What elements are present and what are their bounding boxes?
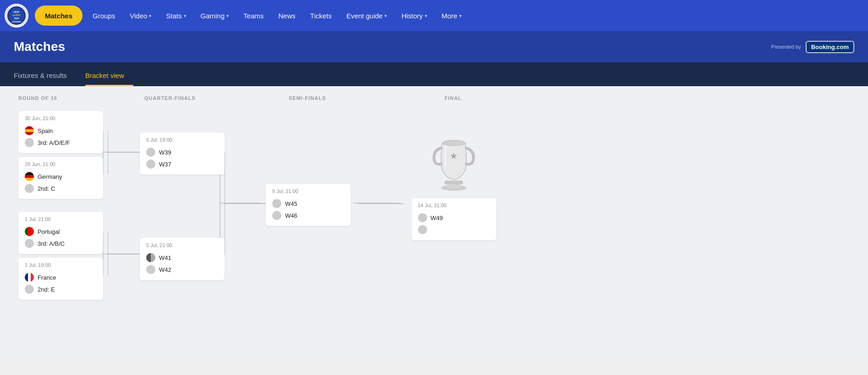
match-team-ro16-1-2: 3rd: A/D/E/F xyxy=(25,137,97,149)
match-team-qf-1-1: W39 xyxy=(146,146,218,158)
sponsor-area: Presented by Booking.com xyxy=(771,41,854,53)
match-card-sf-1[interactable]: 9 Jul, 21:00 W45 W46 xyxy=(266,184,351,226)
round-of-16-label: ROUND OF 16 xyxy=(18,95,112,101)
nav-groups[interactable]: Groups xyxy=(85,0,122,31)
svg-text:2024: 2024 xyxy=(14,17,19,20)
navigation: UEFA EURO 2024 GERMANY Matches Groups Vi… xyxy=(0,0,868,31)
flag-germany xyxy=(25,172,34,181)
match-team-qf-2-2: W42 xyxy=(146,264,218,276)
nav-video[interactable]: Video ▾ xyxy=(122,0,159,31)
logo[interactable]: UEFA EURO 2024 GERMANY xyxy=(5,4,28,28)
match-team-ro16-2-2: 2nd: C xyxy=(25,182,97,194)
match-time: 5 Jul, 21:00 xyxy=(146,243,218,248)
svg-point-23 xyxy=(442,140,465,146)
tab-fixtures[interactable]: Fixtures & results xyxy=(14,72,76,86)
match-card-final[interactable]: 14 Jul, 21:00 W49 xyxy=(412,198,496,240)
svg-text:EURO: EURO xyxy=(12,14,21,17)
flag-gray xyxy=(418,225,427,234)
flag-gray xyxy=(146,160,155,169)
match-time: 1 Jul, 18:00 xyxy=(25,262,97,268)
logo-circle: UEFA EURO 2024 GERMANY xyxy=(5,4,28,28)
sponsor-badge: Booking.com xyxy=(806,41,854,53)
final-label: FINAL xyxy=(403,95,461,101)
nav-teams[interactable]: Teams xyxy=(236,0,271,31)
flag-gray xyxy=(25,138,34,147)
match-card-ro16-4[interactable]: 1 Jul, 18:00 France 2nd: E xyxy=(18,258,103,300)
match-card-ro16-3[interactable]: 1 Jul, 21:00 Portugal 3rd: A/B/C xyxy=(18,212,103,254)
chevron-down-icon: ▾ xyxy=(385,13,387,18)
match-time: 5 Jul, 18:00 xyxy=(146,137,218,143)
semi-finals-column: 9 Jul, 21:00 W45 W46 xyxy=(266,111,357,226)
svg-text:GERMANY: GERMANY xyxy=(12,21,22,23)
bracket-area: ROUND OF 16 QUARTER-FINALS SEMI-FINALS F… xyxy=(0,86,868,361)
match-team-germany: Germany xyxy=(25,171,97,182)
semi-finals-label: SEMI-FINALS xyxy=(243,95,403,101)
trophy: ★ xyxy=(429,134,479,193)
nav-stats[interactable]: Stats ▾ xyxy=(159,0,193,31)
nav-more[interactable]: More ▾ xyxy=(434,0,469,31)
page-title: Matches xyxy=(14,39,65,54)
match-time: 30 Jun, 21:00 xyxy=(25,116,97,121)
flag-gray xyxy=(272,211,281,220)
flag-france xyxy=(25,273,34,282)
quarter-finals-label: QUARTER-FINALS xyxy=(112,95,243,101)
match-team-sf-1-1: W45 xyxy=(272,198,344,210)
chevron-down-icon: ▾ xyxy=(226,13,229,18)
match-card-ro16-2[interactable]: 29 Jun, 21:00 Germany 2nd: C xyxy=(18,157,103,199)
chevron-down-icon: ▾ xyxy=(149,13,151,18)
svg-text:UEFA: UEFA xyxy=(13,11,20,13)
match-card-ro16-1[interactable]: 30 Jun, 21:00 Spain 3rd: A/D/E/F xyxy=(18,111,103,153)
flag-gray xyxy=(272,199,281,208)
nav-news[interactable]: News xyxy=(271,0,303,31)
matches-header: Matches Presented by Booking.com xyxy=(0,31,868,62)
match-team-ro16-3-2: 3rd: A/B/C xyxy=(25,237,97,249)
svg-text:★: ★ xyxy=(450,151,458,161)
quarter-finals-column: 5 Jul, 18:00 W39 W37 5 Jul, 21:00 xyxy=(140,111,225,280)
nav-gaming[interactable]: Gaming ▾ xyxy=(193,0,236,31)
tab-bracket[interactable]: Bracket view xyxy=(85,72,133,86)
flag-portugal xyxy=(25,227,34,236)
match-time: 1 Jul, 21:00 xyxy=(25,216,97,222)
tabs-bar: Fixtures & results Bracket view xyxy=(0,62,868,86)
flag-gray xyxy=(25,285,34,294)
match-time: 29 Jun, 21:00 xyxy=(25,161,97,167)
chevron-down-icon: ▾ xyxy=(459,13,461,18)
match-team-sf-1-2: W46 xyxy=(272,210,344,221)
match-team-ro16-4-2: 2nd: E xyxy=(25,283,97,295)
final-column: ★ 14 Jul, 21:00 W49 xyxy=(403,111,504,240)
flag-gray xyxy=(146,148,155,157)
nav-tickets[interactable]: Tickets xyxy=(303,0,339,31)
presented-by-label: Presented by xyxy=(771,44,801,50)
chevron-down-icon: ▾ xyxy=(425,13,427,18)
chevron-down-icon: ▾ xyxy=(184,13,186,18)
svg-rect-22 xyxy=(445,181,463,184)
match-team-qf-2-1: W41 xyxy=(146,252,218,264)
nav-history[interactable]: History ▾ xyxy=(394,0,434,31)
nav-event-guide[interactable]: Event guide ▾ xyxy=(339,0,394,31)
flag-gray xyxy=(25,239,34,248)
match-team-france: France xyxy=(25,271,97,283)
flag-gray xyxy=(418,213,427,222)
match-team-portugal: Portugal xyxy=(25,226,97,237)
match-card-qf-2[interactable]: 5 Jul, 21:00 W41 W42 xyxy=(140,238,225,280)
flag-spain xyxy=(25,126,34,135)
flag-gray xyxy=(146,265,155,274)
match-card-qf-1[interactable]: 5 Jul, 18:00 W39 W37 xyxy=(140,132,225,175)
flag-halfdark xyxy=(146,253,155,262)
flag-gray xyxy=(25,184,34,193)
match-team-final-1: W49 xyxy=(418,212,490,224)
round-of-16-column: 30 Jun, 21:00 Spain 3rd: A/D/E/F 29 Jun,… xyxy=(18,111,108,300)
match-team-final-2 xyxy=(418,224,490,236)
nav-matches[interactable]: Matches xyxy=(35,6,82,26)
match-team-qf-1-2: W37 xyxy=(146,158,218,170)
match-team-spain: Spain xyxy=(25,125,97,137)
match-time: 9 Jul, 21:00 xyxy=(272,188,344,194)
match-time: 14 Jul, 21:00 xyxy=(418,203,490,208)
nav-items: Matches Groups Video ▾ Stats ▾ Gaming ▾ … xyxy=(32,0,863,31)
